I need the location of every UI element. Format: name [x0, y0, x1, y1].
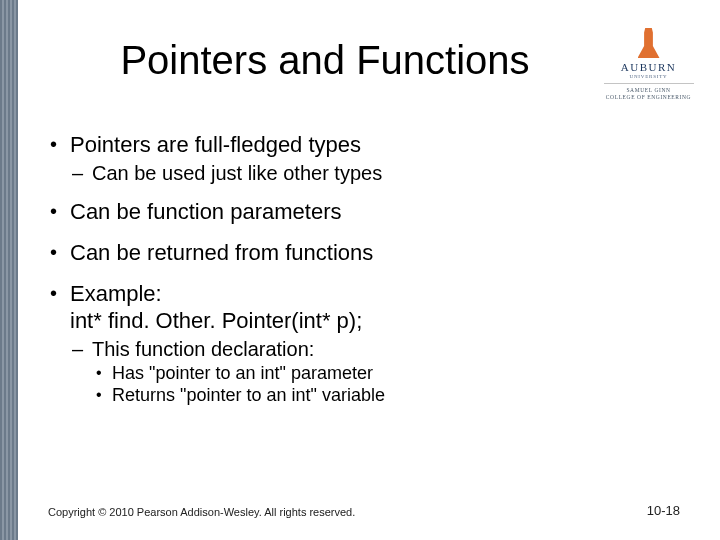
bullet-4a-ii-text: Returns "pointer to an int" variable: [112, 385, 385, 405]
slide-title: Pointers and Functions: [60, 38, 590, 83]
auburn-logo: AUBURN UNIVERSITY SAMUEL GINN COLLEGE OF…: [601, 28, 696, 101]
slide-number: 10-18: [647, 503, 680, 518]
tower-icon: [638, 28, 660, 58]
bullet-4: Example: int* find. Other. Pointer(int* …: [48, 281, 680, 407]
bullet-1-text: Pointers are full-fledged types: [70, 132, 361, 157]
bullet-4a-ii: Returns "pointer to an int" variable: [92, 385, 680, 407]
bullet-4-line1: Example:: [70, 281, 680, 308]
slide: AUBURN UNIVERSITY SAMUEL GINN COLLEGE OF…: [0, 0, 720, 540]
bullet-2-text: Can be function parameters: [70, 199, 342, 224]
logo-college: SAMUEL GINN COLLEGE OF ENGINEERING: [606, 87, 691, 101]
logo-divider: [604, 83, 694, 84]
bullet-3-text: Can be returned from functions: [70, 240, 373, 265]
bullet-1a: Can be used just like other types: [70, 161, 680, 185]
logo-name: AUBURN: [621, 61, 676, 73]
bullet-1a-text: Can be used just like other types: [92, 162, 382, 184]
bullet-4a-i: Has "pointer to an int" parameter: [92, 363, 680, 385]
bullet-4a-i-text: Has "pointer to an int" parameter: [112, 363, 373, 383]
bullet-4a-text: This function declaration:: [92, 338, 314, 360]
college-line2: COLLEGE OF ENGINEERING: [606, 94, 691, 100]
side-stripe: [0, 0, 18, 540]
college-line1: SAMUEL GINN: [626, 87, 670, 93]
copyright: Copyright © 2010 Pearson Addison-Wesley.…: [48, 506, 355, 518]
bullet-1: Pointers are full-fledged types Can be u…: [48, 132, 680, 185]
bullet-2: Can be function parameters: [48, 199, 680, 226]
slide-content: Pointers are full-fledged types Can be u…: [48, 132, 680, 421]
bullet-4a: This function declaration: Has "pointer …: [70, 337, 680, 407]
bullet-4-line2: int* find. Other. Pointer(int* p);: [70, 308, 680, 335]
logo-sub: UNIVERSITY: [630, 74, 668, 79]
bullet-3: Can be returned from functions: [48, 240, 680, 267]
